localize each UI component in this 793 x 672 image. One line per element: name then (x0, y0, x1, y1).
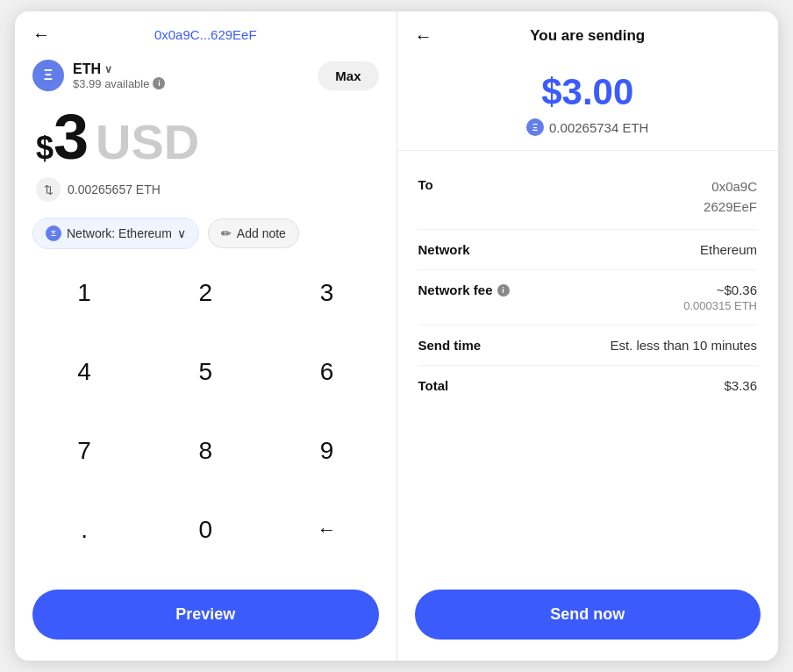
right-back-button[interactable]: ← (415, 26, 432, 46)
to-address-line2: 2629EeF (704, 197, 757, 218)
fee-info-icon: i (497, 284, 510, 297)
add-note-label: Add note (237, 226, 286, 240)
total-label: Total (418, 378, 449, 393)
preview-btn-wrap: Preview (15, 579, 396, 661)
dollar-sign: $ (36, 130, 54, 167)
token-available: $3.99 available i (73, 77, 165, 90)
network-detail-value: Ethereum (700, 242, 757, 257)
token-row: Ξ ETH ∨ $3.99 available i Max (15, 51, 396, 97)
send-time-label: Send time (418, 338, 482, 353)
backspace-key[interactable]: ← (266, 500, 387, 560)
to-row: To 0x0a9C 2629EeF (418, 165, 758, 230)
token-info[interactable]: Ξ ETH ∨ $3.99 available i (32, 60, 165, 91)
eth-amount-text: 0.00265657 ETH (68, 182, 161, 197)
send-btn-wrap: Send now (397, 579, 779, 661)
network-detail-label: Network (418, 242, 470, 257)
fee-row: Network fee i ~$0.36 0.000315 ETH (418, 270, 758, 325)
num-key-1[interactable]: 1 (24, 263, 145, 323)
left-panel: ← 0x0a9C...629EeF Ξ ETH ∨ $3.99 availabl… (15, 11, 397, 661)
right-panel: ← You are sending $3.00 Ξ 0.00265734 ETH… (397, 11, 779, 661)
amount-number: 3 (54, 105, 89, 168)
num-key-4[interactable]: 4 (24, 342, 145, 402)
total-value: $3.36 (724, 378, 757, 393)
fee-eth-value: 0.000315 ETH (683, 299, 757, 312)
network-row: Network Ethereum (418, 230, 758, 270)
token-details: ETH ∨ $3.99 available i (73, 61, 165, 90)
token-chevron-icon: ∨ (104, 63, 112, 75)
action-row: Ξ Network: Ethereum ∨ ✏ Add note (15, 209, 396, 263)
fee-label: Network fee i (418, 282, 510, 297)
send-eth-icon: Ξ (526, 118, 544, 136)
left-back-button[interactable]: ← (32, 25, 50, 45)
send-eth-row: Ξ 0.00265734 ETH (526, 118, 648, 136)
details-section: To 0x0a9C 2629EeF Network Ethereum Netwo… (397, 151, 779, 579)
num-key-2[interactable]: 2 (145, 263, 266, 323)
send-now-button[interactable]: Send now (415, 590, 761, 640)
send-big-amount: $3.00 (541, 71, 633, 113)
num-key-7[interactable]: 7 (24, 421, 145, 481)
total-row: Total $3.36 (418, 366, 758, 405)
pencil-icon: ✏ (221, 226, 232, 240)
send-eth-amount: 0.00265734 ETH (549, 120, 648, 135)
to-address-line1: 0x0a9C (704, 177, 757, 197)
eth-equiv-row: ⇅ 0.00265657 ETH (15, 174, 396, 209)
right-header-title: You are sending (530, 27, 645, 45)
preview-button[interactable]: Preview (32, 590, 379, 640)
num-key-8[interactable]: 8 (145, 421, 266, 481)
eth-token-icon: Ξ (32, 60, 64, 91)
num-key-3[interactable]: 3 (266, 263, 387, 323)
num-key-9[interactable]: 9 (266, 421, 387, 481)
amount-display: $ 3 USD (15, 97, 396, 174)
max-button[interactable]: Max (318, 61, 378, 90)
network-button[interactable]: Ξ Network: Ethereum ∨ (32, 218, 199, 249)
amount-currency: USD (96, 113, 199, 170)
fee-value-group: ~$0.36 0.000315 ETH (683, 282, 757, 312)
network-label: Network: Ethereum (67, 226, 172, 240)
swap-icon[interactable]: ⇅ (36, 177, 61, 202)
to-label: To (418, 177, 433, 192)
num-key-5[interactable]: 5 (145, 342, 266, 402)
add-note-button[interactable]: ✏ Add note (208, 218, 299, 248)
send-time-row: Send time Est. less than 10 minutes (418, 325, 758, 366)
network-chevron-icon: ∨ (177, 226, 186, 240)
send-time-value: Est. less than 10 minutes (610, 338, 757, 353)
num-key-6[interactable]: 6 (266, 342, 387, 402)
network-eth-icon: Ξ (46, 225, 61, 241)
fee-value: ~$0.36 (683, 282, 757, 297)
to-address: 0x0a9C 2629EeF (704, 177, 757, 217)
send-amount-section: $3.00 Ξ 0.00265734 ETH (397, 54, 779, 151)
token-name[interactable]: ETH ∨ (73, 61, 165, 77)
num-key-0[interactable]: 0 (145, 500, 266, 560)
num-key-.[interactable]: . (24, 500, 145, 560)
wallet-address: 0x0a9C...629EeF (154, 27, 257, 42)
info-icon: i (153, 77, 165, 89)
numpad: 123456789.0← (15, 263, 396, 579)
left-header: ← 0x0a9C...629EeF (15, 11, 396, 51)
right-header: ← You are sending (397, 11, 779, 54)
